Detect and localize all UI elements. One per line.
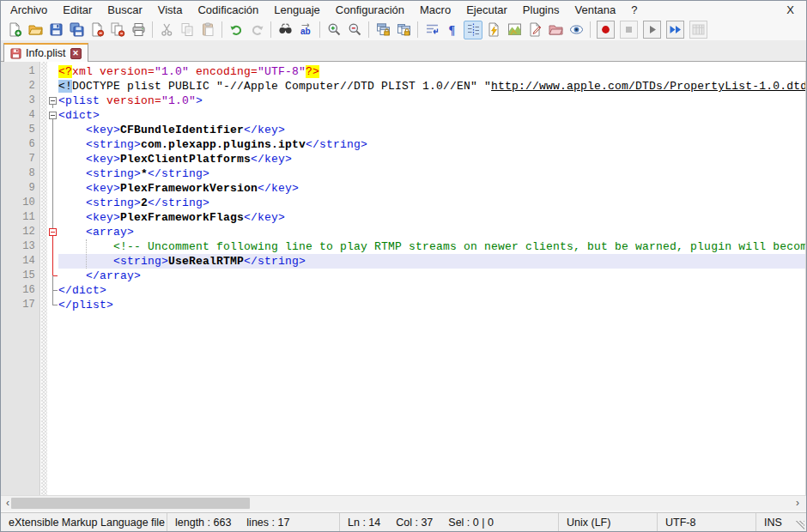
code-text[interactable]: <key>PlexFrameworkFlags</key> — [58, 210, 805, 225]
toolbar-separator — [221, 21, 222, 38]
menu-item-editar[interactable]: Editar — [55, 2, 100, 18]
code-text[interactable]: </dict> — [58, 283, 805, 298]
fold-cell — [47, 64, 58, 79]
code-text[interactable]: <string>2</string> — [58, 196, 805, 210]
code-text[interactable]: <plist version="1.0"> — [58, 94, 805, 108]
code-text[interactable]: <key>PlexFrameworkVersion</key> — [58, 181, 805, 196]
monitoring-icon — [569, 22, 584, 37]
replace-button[interactable]: ab — [296, 21, 315, 39]
show-indent-guide-button[interactable] — [464, 21, 482, 39]
resize-grip-icon[interactable] — [796, 521, 804, 529]
menu-item-ventana[interactable]: Ventana — [567, 2, 623, 18]
line-number: 8 — [1, 166, 41, 181]
menu-item-plugins[interactable]: Plugins — [515, 2, 567, 18]
paste-button[interactable] — [198, 21, 217, 39]
code-text[interactable]: <string>com.plexapp.plugins.iptv</string… — [58, 137, 805, 152]
code-text[interactable]: <key>PlexClientPlatforms</key> — [58, 152, 805, 166]
menu-item-macro[interactable]: Macro — [412, 2, 458, 18]
bookmark-cell — [41, 298, 47, 312]
menu-item-configuracin[interactable]: Configuración — [328, 2, 412, 18]
macro-save-button[interactable] — [689, 21, 707, 39]
macro-record-button[interactable] — [597, 21, 615, 39]
close-file-button[interactable] — [88, 21, 106, 39]
doc-type-label: eXtensible Markup Language file — [9, 517, 165, 529]
editor-line-10: 10 <string>2</string> — [1, 196, 805, 210]
replace-icon: ab — [299, 22, 313, 37]
zoom-in-button[interactable] — [325, 21, 343, 39]
save-file-button[interactable] — [46, 21, 65, 39]
editor-line-8: 8 <string>*</string> — [1, 166, 805, 181]
code-text[interactable]: </plist> — [58, 298, 805, 312]
code-text[interactable]: <string>UseRealRTMP</string> — [58, 254, 805, 269]
menu-item-vista[interactable]: Vista — [150, 2, 191, 18]
toolbar-separator — [590, 21, 591, 38]
fold-cell — [47, 239, 58, 254]
macro-run-multiple-button[interactable] — [666, 21, 684, 39]
fold-collapse-icon[interactable] — [47, 225, 58, 239]
menu-item-codificacin[interactable]: Codificación — [190, 2, 266, 18]
sync-scroll-vertical-button[interactable] — [373, 21, 392, 39]
code-text[interactable]: <array> — [58, 225, 805, 239]
editor-area[interactable]: 1<?xml version="1.0" encoding="UTF-8"?>2… — [1, 62, 806, 495]
insert-mode-label: INS — [764, 517, 782, 529]
horizontal-scrollbar[interactable]: ‹ › — [1, 495, 806, 511]
fold-collapse-icon[interactable] — [47, 94, 58, 108]
define-language-button[interactable] — [484, 21, 503, 39]
menu-item-lenguaje[interactable]: Lenguaje — [266, 2, 328, 18]
scroll-right-arrow-icon[interactable]: › — [791, 496, 804, 511]
copy-icon — [180, 22, 195, 37]
macro-play-button[interactable] — [643, 21, 661, 39]
tab-close-icon[interactable]: ✕ — [70, 48, 82, 59]
code-text[interactable]: <dict> — [58, 108, 805, 123]
menu-item-archivo[interactable]: Archivo — [3, 2, 55, 18]
word-wrap-button[interactable] — [422, 21, 441, 39]
document-map-button[interactable] — [505, 21, 524, 39]
save-all-button[interactable] — [67, 21, 86, 39]
redo-button[interactable] — [247, 21, 266, 39]
cut-button[interactable] — [157, 21, 176, 39]
folder-as-workspace-button[interactable] — [546, 21, 565, 39]
folder-as-workspace-icon — [549, 22, 563, 37]
tab-info-plist[interactable]: Info.plist ✕ — [3, 43, 88, 62]
print-button[interactable] — [129, 21, 148, 39]
menu-item-?[interactable]: ? — [623, 2, 645, 18]
code-text[interactable]: <key>CFBundleIdentifier</key> — [58, 123, 805, 137]
close-all-button[interactable] — [108, 21, 127, 39]
window-close-button[interactable]: X — [783, 3, 798, 16]
copy-button[interactable] — [178, 21, 197, 39]
menu-item-buscar[interactable]: Buscar — [100, 2, 149, 18]
fold-cell — [47, 152, 58, 166]
code-text[interactable]: <?xml version="1.0" encoding="UTF-8"?> — [58, 64, 805, 79]
cursor-col-label: Col : 37 — [396, 517, 433, 529]
editor-line-3: 3<plist version="1.0"> — [1, 94, 805, 108]
code-text[interactable]: </array> — [58, 269, 805, 283]
new-file-button[interactable] — [5, 21, 24, 39]
status-encoding[interactable]: UTF-8 — [658, 513, 756, 531]
zoom-out-button[interactable] — [345, 21, 364, 39]
editor-line-4: 4<dict> — [1, 108, 805, 123]
line-number: 2 — [1, 79, 41, 94]
editor-lines: 1<?xml version="1.0" encoding="UTF-8"?>2… — [1, 64, 805, 312]
code-text[interactable]: <!DOCTYPE plist PUBLIC "-//Apple Compute… — [58, 79, 805, 94]
find-button[interactable] — [276, 21, 294, 39]
show-all-characters-button[interactable]: ¶ — [443, 21, 462, 39]
bookmark-cell — [41, 152, 47, 166]
encoding-label: UTF-8 — [665, 517, 695, 529]
menu-item-ejecutar[interactable]: Ejecutar — [458, 2, 515, 18]
monitoring-button[interactable] — [567, 21, 586, 39]
open-file-button[interactable] — [26, 21, 45, 39]
status-eol-format[interactable]: Unix (LF) — [559, 513, 658, 531]
code-text[interactable]: <string>*</string> — [58, 166, 805, 181]
horizontal-scrollbar-thumb[interactable] — [11, 498, 250, 509]
status-insert-mode[interactable]: INS — [756, 513, 806, 531]
sync-scroll-horizontal-button[interactable] — [394, 21, 413, 39]
macro-stop-button[interactable] — [620, 21, 638, 39]
code-text[interactable]: <!-- Uncomment following line to play RT… — [58, 239, 805, 254]
undo-button[interactable] — [227, 21, 246, 39]
tab-bar: Info.plist ✕ — [1, 41, 806, 62]
close-file-icon — [90, 22, 105, 37]
function-list-button[interactable] — [525, 21, 544, 39]
line-number: 4 — [1, 108, 41, 123]
fold-collapse-icon[interactable] — [47, 108, 58, 123]
macro-record-icon — [598, 22, 613, 37]
